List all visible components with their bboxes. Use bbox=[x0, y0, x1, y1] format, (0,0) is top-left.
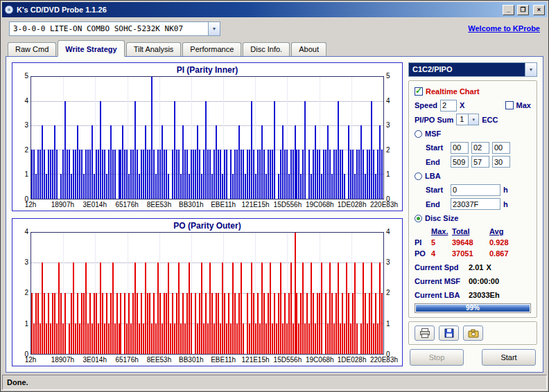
po-y-axis-left: 01234 bbox=[17, 232, 31, 355]
topbar: 3-0-0-0 LITE-ON COMBO SOHC-5232K NK07 ▼ … bbox=[2, 17, 547, 39]
stats-po-name: PO bbox=[415, 248, 431, 259]
lba-label: LBA bbox=[425, 172, 441, 180]
pi-chart-body: 012345 012345 bbox=[17, 76, 398, 199]
msf-end-sec-input[interactable] bbox=[471, 156, 489, 168]
maximize-button[interactable]: ❐ bbox=[517, 5, 529, 15]
lba-start-unit: h bbox=[503, 186, 508, 194]
stats-table: Max. Total Avg PI 5 39648 0.928 PO 4 370… bbox=[415, 226, 531, 259]
close-button[interactable]: × bbox=[533, 5, 545, 15]
lba-end-unit: h bbox=[503, 200, 508, 208]
pi-y-axis-left: 012345 bbox=[17, 76, 31, 199]
po-x-axis: 12h18907h3E014h65176h8EE53hBB301hEBE11h1… bbox=[31, 355, 384, 364]
current-msf-value: 00:00:00 bbox=[469, 277, 499, 285]
run-buttons: Stop Start bbox=[408, 348, 537, 366]
print-button[interactable] bbox=[415, 326, 435, 341]
status-bar: Done. bbox=[2, 375, 547, 390]
tab-label: Disc Info. bbox=[250, 45, 282, 53]
pi-chart-panel: PI (Parity Inner) 012345 012345 12h18907… bbox=[12, 62, 403, 211]
msf-end-frame-input[interactable] bbox=[492, 156, 510, 168]
msf-start-frame-input[interactable] bbox=[492, 142, 510, 154]
control-panel: C1C2/PIPO ▼ Realtime Chart Speed X Max bbox=[408, 62, 537, 366]
current-spd-unit: X bbox=[486, 263, 491, 271]
tab-strip: Raw Cmd Write Strategy Tilt Analysis Per… bbox=[2, 39, 547, 56]
drive-combo[interactable]: 3-0-0-0 LITE-ON COMBO SOHC-5232K NK07 ▼ bbox=[9, 21, 220, 36]
disc-size-label: Disc Size bbox=[425, 214, 458, 222]
msf-end-min-input[interactable] bbox=[451, 156, 469, 168]
mode-combo-value: C1C2/PIPO bbox=[409, 63, 525, 76]
tab-label: Write Strategy bbox=[65, 45, 116, 53]
stats-pi-name: PI bbox=[415, 237, 431, 248]
stop-button[interactable]: Stop bbox=[410, 349, 464, 366]
current-lba-value: 23033Eh bbox=[469, 291, 500, 299]
start-button[interactable]: Start bbox=[482, 349, 536, 366]
mode-combo[interactable]: C1C2/PIPO ▼ bbox=[408, 62, 537, 77]
pi-y-axis-right: 012345 bbox=[384, 76, 398, 199]
speed-input[interactable] bbox=[440, 100, 457, 112]
realtime-chart-label: Realtime Chart bbox=[426, 87, 480, 96]
kprobe-welcome-link[interactable]: Welcome to KProbe bbox=[468, 24, 540, 33]
po-y-axis-right: 01234 bbox=[384, 232, 398, 355]
tab-raw-cmd[interactable]: Raw Cmd bbox=[8, 42, 56, 56]
snapshot-button[interactable] bbox=[463, 326, 483, 341]
stats-pi-total: 39648 bbox=[452, 237, 489, 248]
tab-tilt-analysis[interactable]: Tilt Analysis bbox=[126, 42, 182, 56]
msf-radio[interactable] bbox=[415, 130, 422, 138]
speed-label: Speed bbox=[415, 101, 437, 109]
tab-label: Raw Cmd bbox=[15, 45, 49, 53]
stats-po-max: 4 bbox=[431, 248, 452, 259]
plot-area bbox=[31, 232, 384, 355]
pi-x-axis: 12h18907h3E014h65176h8EE53hBB301hEBE11h1… bbox=[31, 199, 384, 209]
po-chart-title: PO (Parity Outer) bbox=[17, 221, 398, 232]
tab-label: Performance bbox=[190, 45, 234, 53]
progress-bar: 99% bbox=[415, 303, 531, 313]
tab-label: About bbox=[299, 45, 319, 53]
stats-header-total: Total bbox=[452, 226, 489, 237]
stats-pi-avg: 0.928 bbox=[489, 237, 520, 248]
max-speed-checkbox[interactable] bbox=[505, 101, 514, 109]
lba-end-label: End bbox=[426, 200, 448, 208]
tab-write-strategy[interactable]: Write Strategy bbox=[58, 40, 124, 57]
lba-start-label: Start bbox=[426, 186, 448, 194]
pipo-sum-value: 1 bbox=[457, 114, 468, 125]
current-spd-value: 2.01 bbox=[469, 263, 483, 271]
stats-header-max: Max. bbox=[431, 226, 452, 237]
app-disc-icon bbox=[4, 5, 14, 15]
titlebar: K's CD/DVD Probe 1.1.26 _ ❐ × bbox=[2, 2, 547, 17]
msf-start-min-input[interactable] bbox=[451, 142, 469, 154]
pipo-sum-label: PI/PO Sum bbox=[415, 116, 453, 124]
realtime-chart-checkbox[interactable] bbox=[415, 87, 423, 96]
lba-end-input[interactable] bbox=[451, 198, 500, 210]
po-chart-panel: PO (Parity Outer) 01234 01234 12h18907h3… bbox=[12, 218, 403, 367]
save-button[interactable] bbox=[439, 326, 459, 341]
chevron-down-icon[interactable]: ▼ bbox=[468, 114, 478, 125]
charts-column: PI (Parity Inner) 012345 012345 12h18907… bbox=[12, 62, 403, 366]
drive-combo-value: 3-0-0-0 LITE-ON COMBO SOHC-5232K NK07 bbox=[10, 22, 186, 35]
current-msf-label: Current MSF bbox=[415, 277, 466, 285]
stats-po-avg: 0.867 bbox=[489, 248, 520, 259]
tab-performance[interactable]: Performance bbox=[182, 42, 241, 56]
tab-label: Tilt Analysis bbox=[134, 45, 174, 53]
lba-start-input[interactable] bbox=[451, 184, 500, 196]
pipo-sum-combo[interactable]: 1 ▼ bbox=[456, 114, 479, 125]
msf-end-label: End bbox=[426, 158, 448, 166]
snapshot-icon bbox=[468, 329, 479, 338]
tab-disc-info[interactable]: Disc Info. bbox=[243, 42, 290, 56]
current-spd-label: Current Spd bbox=[415, 263, 466, 271]
chevron-down-icon[interactable]: ▼ bbox=[208, 22, 220, 35]
msf-start-label: Start bbox=[426, 143, 448, 152]
pi-chart-title: PI (Parity Inner) bbox=[17, 65, 398, 76]
stats-header-avg: Avg bbox=[489, 226, 520, 237]
print-icon bbox=[419, 328, 430, 338]
msf-start-sec-input[interactable] bbox=[471, 142, 489, 154]
lba-radio[interactable] bbox=[415, 172, 422, 180]
plot-area bbox=[31, 76, 384, 199]
minimize-button[interactable]: _ bbox=[503, 5, 514, 15]
tools-groupbox bbox=[408, 321, 537, 345]
po-chart-body: 01234 01234 bbox=[17, 232, 398, 355]
msf-label: MSF bbox=[425, 130, 441, 138]
chevron-down-icon[interactable]: ▼ bbox=[525, 63, 537, 76]
window-title: K's CD/DVD Probe 1.1.26 bbox=[17, 6, 500, 14]
stats-po-total: 37051 bbox=[452, 248, 489, 259]
tab-about[interactable]: About bbox=[291, 42, 326, 56]
disc-size-radio[interactable] bbox=[415, 215, 422, 222]
